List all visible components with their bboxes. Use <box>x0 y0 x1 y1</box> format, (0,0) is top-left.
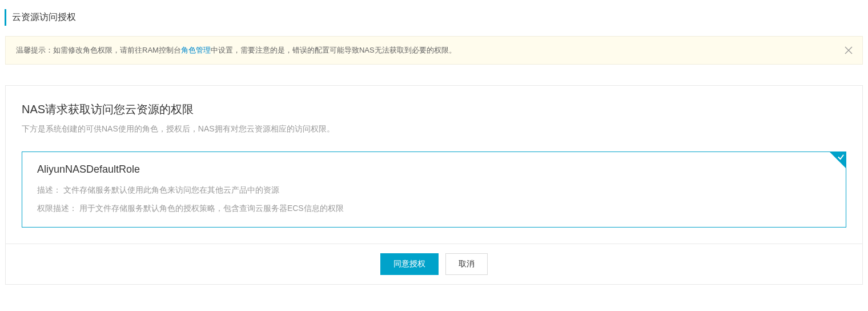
alert-text-suffix: 中设置，需要注意的是，错误的配置可能导致NAS无法获取到必要的权限。 <box>211 46 456 54</box>
role-perm-label: 权限描述： <box>37 204 77 213</box>
request-title: NAS请求获取访问您云资源的权限 <box>22 102 846 117</box>
role-description: 描述： 文件存储服务默认使用此角色来访问您在其他云产品中的资源 <box>37 184 831 196</box>
content-panel: NAS请求获取访问您云资源的权限 下方是系统创建的可供NAS使用的角色，授权后，… <box>5 85 863 245</box>
role-desc-value: 文件存储服务默认使用此角色来访问您在其他云产品中的资源 <box>63 185 279 194</box>
footer-bar: 同意授权 取消 <box>5 244 863 285</box>
role-perm-value: 用于文件存储服务默认角色的授权策略，包含查询云服务器ECS信息的权限 <box>79 204 344 213</box>
role-card[interactable]: AliyunNASDefaultRole 描述： 文件存储服务默认使用此角色来访… <box>22 151 846 228</box>
alert-banner: 温馨提示：如需修改角色权限，请前往RAM控制台角色管理中设置，需要注意的是，错误… <box>5 36 863 65</box>
close-icon[interactable] <box>843 45 854 56</box>
request-subtitle: 下方是系统创建的可供NAS使用的角色，授权后，NAS拥有对您云资源相应的访问权限… <box>22 124 846 134</box>
role-desc-label: 描述： <box>37 185 61 194</box>
alert-text-prefix: 温馨提示：如需修改角色权限，请前往RAM控制台 <box>16 46 181 54</box>
role-management-link[interactable]: 角色管理 <box>181 46 211 54</box>
confirm-button[interactable]: 同意授权 <box>380 253 439 275</box>
role-name: AliyunNASDefaultRole <box>37 164 831 176</box>
role-permission: 权限描述： 用于文件存储服务默认角色的授权策略，包含查询云服务器ECS信息的权限 <box>37 202 831 214</box>
page-title: 云资源访问授权 <box>5 9 868 26</box>
cancel-button[interactable]: 取消 <box>445 253 488 275</box>
selected-check-icon <box>830 152 846 168</box>
